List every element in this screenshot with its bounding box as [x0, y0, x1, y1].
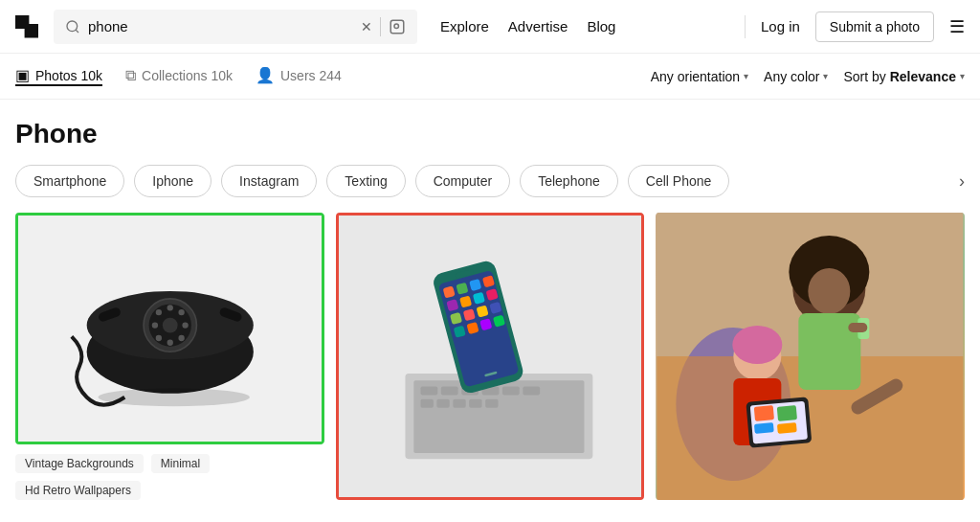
nav-advertise[interactable]: Advertise: [508, 18, 568, 34]
chip-instagram[interactable]: Instagram: [221, 165, 317, 197]
svg-rect-31: [523, 386, 540, 395]
users-icon: 👤: [256, 66, 275, 84]
orientation-filter-button[interactable]: Any orientation ▾: [651, 69, 748, 84]
chip-telephone[interactable]: Telephone: [520, 165, 618, 197]
image-col-3-wrapper: [656, 213, 965, 500]
svg-rect-26: [420, 386, 437, 395]
svg-point-2: [394, 24, 399, 29]
svg-point-0: [67, 21, 78, 32]
svg-rect-72: [777, 405, 797, 421]
svg-rect-74: [777, 422, 797, 434]
image-iphone[interactable]: [336, 213, 645, 500]
svg-point-62: [809, 268, 851, 314]
page-title: Phone: [0, 100, 980, 165]
tab-photos-label: Photos 10k: [35, 68, 102, 83]
svg-rect-71: [754, 405, 774, 421]
chip-texting[interactable]: Texting: [326, 165, 405, 197]
visual-search-button[interactable]: [389, 18, 406, 35]
image-1-tags: Vintage Backgrounds Minimal Hd Retro Wal…: [15, 444, 324, 500]
chip-iphone[interactable]: Iphone: [134, 165, 212, 197]
submit-photo-button[interactable]: Submit a photo: [815, 11, 934, 42]
svg-point-16: [167, 339, 172, 345]
color-filter-label: Any color: [764, 69, 819, 84]
svg-point-23: [98, 388, 249, 406]
svg-rect-65: [849, 323, 868, 332]
tab-collections[interactable]: ⧉ Collections 10k: [125, 67, 233, 86]
svg-point-19: [155, 308, 161, 314]
svg-point-15: [178, 334, 184, 340]
svg-point-14: [182, 322, 188, 328]
svg-point-18: [151, 322, 157, 328]
orientation-chevron-icon: ▾: [744, 71, 748, 81]
clear-search-button[interactable]: ✕: [361, 19, 372, 34]
filter-row: Any orientation ▾ Any color ▾ Sort by Re…: [651, 69, 965, 84]
color-chevron-icon: ▾: [823, 71, 828, 81]
nav-divider: [745, 15, 746, 38]
image-col-1-wrapper: Vintage Backgrounds Minimal Hd Retro Wal…: [15, 213, 324, 500]
svg-rect-3: [390, 20, 404, 34]
people-bg: [656, 213, 965, 500]
image-col-2-wrapper: [336, 213, 645, 500]
search-icon: [65, 19, 80, 34]
svg-line-1: [76, 30, 78, 33]
nav-explore[interactable]: Explore: [440, 18, 489, 34]
main-nav: Explore Advertise Blog: [440, 18, 615, 34]
image-grid: Vintage Backgrounds Minimal Hd Retro Wal…: [0, 213, 980, 500]
tab-photos[interactable]: ▣ Photos 10k: [15, 66, 102, 86]
chip-cell-phone[interactable]: Cell Phone: [628, 165, 730, 197]
site-logo[interactable]: [15, 15, 38, 38]
tab-users[interactable]: 👤 Users 244: [256, 66, 342, 86]
tag-vintage-backgrounds[interactable]: Vintage Backgrounds: [15, 454, 144, 473]
svg-point-17: [155, 334, 161, 340]
vintage-phone-svg: [56, 244, 284, 414]
orientation-filter-label: Any orientation: [651, 69, 740, 84]
svg-rect-34: [453, 399, 465, 408]
search-divider: [380, 17, 381, 36]
tag-minimal[interactable]: Minimal: [151, 454, 210, 473]
photos-icon: ▣: [15, 66, 30, 84]
svg-point-13: [178, 308, 184, 314]
tab-users-label: Users 244: [280, 68, 342, 83]
svg-rect-30: [501, 386, 519, 395]
login-button[interactable]: Log in: [761, 18, 800, 34]
svg-rect-27: [440, 386, 457, 395]
search-bar: phone ✕: [54, 10, 417, 44]
image-vintage-phone[interactable]: [15, 213, 324, 444]
chip-smartphone[interactable]: Smartphone: [15, 165, 124, 197]
svg-rect-32: [420, 399, 433, 408]
collections-icon: ⧉: [125, 67, 136, 84]
menu-icon[interactable]: ☰: [949, 16, 965, 37]
svg-rect-73: [754, 422, 774, 434]
svg-point-67: [733, 326, 783, 364]
header: phone ✕ Explore Advertise Blog Log in Su…: [0, 0, 980, 54]
search-input[interactable]: phone: [88, 18, 353, 34]
nav-blog[interactable]: Blog: [587, 18, 615, 34]
svg-point-20: [162, 317, 177, 332]
chips-row: Smartphone Iphone Instagram Texting Comp…: [0, 165, 980, 213]
color-filter-button[interactable]: Any color ▾: [764, 69, 828, 84]
sort-chevron-icon: ▾: [960, 71, 965, 81]
svg-rect-36: [485, 399, 498, 408]
sort-filter-label: Sort by Relevance: [843, 69, 956, 84]
tag-hd-retro[interactable]: Hd Retro Wallpapers: [15, 481, 141, 500]
image-people[interactable]: [656, 213, 965, 500]
header-actions: Log in Submit a photo ☰: [745, 11, 965, 42]
people-svg: [656, 213, 965, 500]
tabs-row: ▣ Photos 10k ⧉ Collections 10k 👤 Users 2…: [0, 54, 980, 100]
svg-point-12: [167, 305, 172, 310]
svg-rect-35: [469, 399, 481, 408]
chips-next-button[interactable]: ›: [959, 171, 965, 192]
sort-filter-button[interactable]: Sort by Relevance ▾: [843, 69, 965, 84]
chip-computer[interactable]: Computer: [415, 165, 510, 197]
vintage-phone-bg: [18, 216, 322, 442]
tab-collections-label: Collections 10k: [142, 68, 233, 83]
svg-rect-33: [436, 399, 449, 408]
iphone-bg: [339, 216, 642, 497]
iphone-svg: [354, 230, 627, 484]
